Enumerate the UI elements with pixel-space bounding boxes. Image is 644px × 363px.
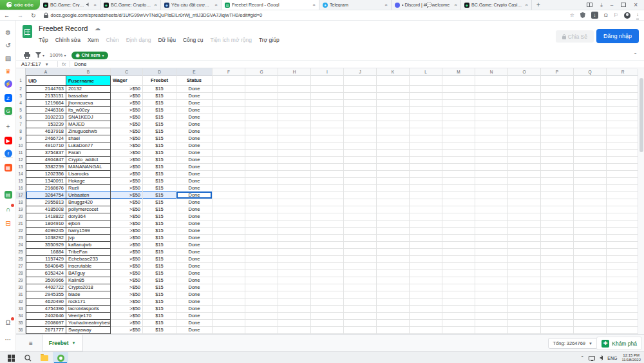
profile-avatar-icon[interactable] <box>624 12 630 19</box>
browser-tab-3[interactable]: ◆Yêu cầu đặt cược miễn p× <box>161 0 222 10</box>
cell-G36[interactable] <box>245 326 278 334</box>
adblock-shield-icon[interactable] <box>580 12 585 18</box>
scrollbar-thumb[interactable] <box>639 78 643 152</box>
extensions-icon[interactable]: ⚐ <box>614 12 618 19</box>
taskbar-coccoc-icon[interactable] <box>53 352 68 363</box>
cell-P36[interactable] <box>541 326 574 334</box>
view-only-button[interactable]: ◉ Chỉ xem ▾ <box>71 52 109 59</box>
cell-H36[interactable] <box>278 326 311 334</box>
sheet-tab-dropdown-icon[interactable]: ▼ <box>72 341 76 345</box>
cell-B1[interactable]: Fusername <box>66 75 111 86</box>
sheet-tab-freebet[interactable]: Freebet▼ <box>42 335 83 351</box>
share-button[interactable]: Chia Sẻ <box>556 30 594 43</box>
browser-tab-6[interactable]: • Discord | #💬welcome× <box>392 0 461 10</box>
menu-công-cụ[interactable]: Công cụ <box>183 37 204 43</box>
cell-P1[interactable] <box>541 75 574 86</box>
cell-F1[interactable] <box>213 75 245 86</box>
tab-close-icon[interactable]: × <box>312 2 316 8</box>
menu-tệp[interactable]: Tệp <box>39 37 48 43</box>
cell-C36[interactable]: >$50 <box>111 326 143 334</box>
cell-K1[interactable] <box>377 75 410 86</box>
menu-chèn[interactable]: Chèn <box>106 37 118 43</box>
add-panel-icon[interactable]: + <box>0 121 16 132</box>
tab-close-icon[interactable]: × <box>384 2 388 8</box>
vertical-scrollbar[interactable] <box>638 69 644 334</box>
cell-J1[interactable] <box>344 75 377 86</box>
back-button[interactable]: ← <box>0 12 14 19</box>
collapse-toolbar-icon[interactable]: ⌃ <box>633 52 638 58</box>
volume-icon[interactable] <box>600 356 603 360</box>
cell-N36[interactable] <box>475 326 508 334</box>
browser-tab-7[interactable]: ◆BC.Game: Crypto Casino× <box>461 0 532 10</box>
row-header-1[interactable]: 1 <box>16 75 26 86</box>
education-icon[interactable]: ∩ <box>0 204 16 214</box>
menu-chỉnh-sửa[interactable]: Chỉnh sửa <box>55 37 80 43</box>
menu-dữ-liệu[interactable]: Dữ liệu <box>158 37 175 43</box>
shopping-cart-icon[interactable]: ⊟ <box>0 218 16 228</box>
close-button[interactable]: × <box>634 3 638 8</box>
filter-icon[interactable]: ▾ <box>35 52 44 58</box>
cell-E36[interactable]: Done <box>176 326 213 334</box>
print-icon[interactable] <box>24 52 30 59</box>
url-box[interactable]: docs.google.com/spreadsheets/d/1UfG99wVv… <box>44 12 565 18</box>
tab-close-icon[interactable]: × <box>93 2 97 8</box>
menu-trợ-giúp[interactable]: Trợ giúp <box>259 37 279 43</box>
tray-chevron-icon[interactable]: ⌃ <box>580 355 584 360</box>
downloads-tray-icon[interactable]: ↓ <box>636 12 639 19</box>
cell-R36[interactable] <box>607 326 638 334</box>
zalo-icon[interactable]: Z <box>0 93 16 103</box>
coccoc-brand-logo[interactable]: cốc cốc <box>0 0 40 10</box>
settings-icon[interactable]: ⚙ <box>0 27 16 37</box>
menu-xem[interactable]: Xem <box>88 37 99 43</box>
more-icon[interactable]: ⋯ <box>0 334 16 344</box>
bookmark-star-icon[interactable]: ☆ <box>570 12 574 19</box>
cell-Q1[interactable] <box>574 75 607 86</box>
notification-bell-icon[interactable]: Ω <box>604 12 608 19</box>
tab-close-icon[interactable]: × <box>154 2 157 8</box>
maximize-button[interactable] <box>621 3 626 7</box>
language-indicator[interactable]: ENG <box>607 356 617 360</box>
browser-tab-5[interactable]: ✈Telegram× <box>319 0 392 10</box>
browser-tab-2[interactable]: ◆BC.Game: Crypto Casino× <box>100 0 161 10</box>
cell-L36[interactable] <box>410 326 442 334</box>
cell-I1[interactable] <box>311 75 344 86</box>
formula-input[interactable]: Done <box>74 61 86 67</box>
start-button[interactable] <box>4 352 18 363</box>
reading-list-icon[interactable]: ▤ <box>0 53 16 63</box>
taskbar-clock[interactable]: 12:15 PM 11/18/2022 <box>621 353 641 362</box>
new-tab-button[interactable]: + <box>532 0 545 10</box>
cell-H1[interactable] <box>278 75 311 86</box>
sheets-panel-icon[interactable]: ▤ <box>0 190 16 200</box>
cell-R1[interactable] <box>607 75 638 86</box>
forward-button[interactable]: → <box>14 12 27 19</box>
cell-M36[interactable] <box>442 326 475 334</box>
cell-I36[interactable] <box>311 326 344 334</box>
all-sheets-icon[interactable]: ≡ <box>29 340 33 347</box>
name-box[interactable]: A17:E17▼ <box>16 61 53 67</box>
cell-D1[interactable]: Freebet <box>143 75 176 86</box>
cell-L1[interactable] <box>410 75 442 86</box>
minimize-button[interactable]: – <box>611 3 613 8</box>
explore-button[interactable]: ✚ Khám phá <box>596 337 642 350</box>
cell-G1[interactable] <box>245 75 278 86</box>
browser-tab-4[interactable]: ▤Freebet Record - Googl× <box>222 0 319 10</box>
tab-overview-icon[interactable] <box>587 3 592 7</box>
download-active-icon[interactable]: ↓ <box>591 12 598 19</box>
cell-B36[interactable]: Swayaway <box>66 326 111 334</box>
cell-J36[interactable] <box>344 326 377 334</box>
cell-E1[interactable]: Status <box>176 75 213 86</box>
zoom-select[interactable]: 100%▾ <box>50 52 66 58</box>
menu-định-dạng[interactable]: Định dạng <box>126 37 151 43</box>
cell-N1[interactable] <box>475 75 508 86</box>
menu-tiện-ích-mở-rộng[interactable]: Tiện ích mở rộng <box>211 37 252 43</box>
messenger-icon[interactable]: ⚡ <box>0 79 16 89</box>
taskbar-search-icon[interactable] <box>21 352 35 363</box>
tab-close-icon[interactable]: × <box>525 2 528 8</box>
cell-Q36[interactable] <box>574 326 607 334</box>
cell-A36[interactable]: 2671777 <box>26 326 66 334</box>
notifications-bell-icon[interactable]: Ω <box>0 317 16 328</box>
reload-button[interactable]: ↻ <box>27 12 40 19</box>
document-title[interactable]: Freebet Record <box>39 25 88 32</box>
cell-K36[interactable] <box>377 326 410 334</box>
sum-chip[interactable]: Tổng: 3264769▼ <box>548 338 598 349</box>
